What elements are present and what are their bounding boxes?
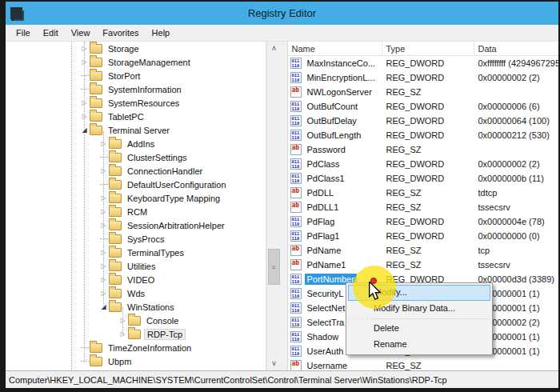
list-column-headers: Name Type Data bbox=[288, 42, 559, 56]
reg-dword-icon bbox=[290, 115, 302, 126]
collapse-arrow-icon[interactable] bbox=[98, 246, 109, 259]
folder-icon bbox=[109, 275, 122, 285]
collapse-arrow-icon[interactable] bbox=[98, 205, 109, 218]
value-row[interactable]: PdName1REG_SZtssecsrv bbox=[288, 258, 559, 272]
menu-help[interactable]: Help bbox=[146, 26, 177, 39]
tree-item-storport[interactable]: StorPort bbox=[6, 69, 266, 82]
expand-arrow-icon[interactable] bbox=[98, 300, 109, 314]
tree-item-timezoneinformation[interactable]: TimeZoneInformation bbox=[6, 341, 266, 354]
selected-key-path: Computer\HKEY_LOCAL_MACHINE\SYSTEM\Curre… bbox=[9, 375, 447, 385]
tree-item-rdp-tcp[interactable]: RDP-Tcp bbox=[6, 327, 266, 341]
column-header-type[interactable]: Type bbox=[382, 42, 474, 55]
menu-edit[interactable]: Edit bbox=[37, 26, 65, 39]
scroll-down-icon[interactable]: ∨ bbox=[267, 357, 282, 370]
value-row[interactable]: OutBufCountREG_DWORD0x00000006 (6) bbox=[288, 99, 559, 114]
folder-icon bbox=[128, 316, 141, 326]
value-row[interactable]: OutBufLengthREG_DWORD0x00000212 (530) bbox=[288, 128, 559, 142]
tree-connector bbox=[79, 82, 90, 96]
folder-icon bbox=[128, 330, 141, 339]
menu-bar: File Edit View Favorites Help bbox=[6, 25, 558, 42]
context-menu-separator bbox=[370, 318, 489, 319]
pane-splitter[interactable] bbox=[281, 42, 287, 370]
collapse-arrow-icon[interactable] bbox=[98, 137, 109, 150]
folder-icon bbox=[109, 262, 122, 271]
value-row[interactable]: UsernameREG_SZ bbox=[288, 358, 559, 370]
collapse-arrow-icon[interactable] bbox=[118, 327, 128, 341]
tree-item-keyboardtype-mapping[interactable]: KeyboardType Mapping bbox=[6, 191, 266, 205]
value-row[interactable]: PasswordREG_SZ bbox=[288, 142, 559, 157]
expand-arrow-icon[interactable] bbox=[79, 123, 90, 137]
tree-item-terminaltypes[interactable]: TerminalTypes bbox=[6, 246, 266, 259]
collapse-arrow-icon[interactable] bbox=[98, 164, 109, 178]
tree-connector bbox=[79, 69, 90, 82]
tree-item-storage[interactable]: Storage bbox=[6, 42, 266, 55]
value-row[interactable]: OutBufDelayREG_DWORD0x00000064 (100) bbox=[288, 114, 559, 128]
tree-item-rcm[interactable]: RCM bbox=[6, 205, 266, 218]
tree-item-utilities[interactable]: Utilities bbox=[6, 259, 266, 273]
tree-item-connectionhandler[interactable]: ConnectionHandler bbox=[6, 164, 266, 178]
menu-favorites[interactable]: Favorites bbox=[96, 26, 145, 39]
tree-item-tabletpc[interactable]: TabletPC bbox=[6, 110, 266, 123]
registry-tree-pane: Storage StorageManagement StorPort Syste… bbox=[6, 42, 266, 370]
collapse-arrow-icon[interactable] bbox=[118, 314, 128, 327]
status-bar: Computer\HKEY_LOCAL_MACHINE\SYSTEM\Curre… bbox=[6, 370, 558, 388]
tree-item-sysprocs[interactable]: SysProcs bbox=[6, 232, 266, 246]
reg-dword-icon bbox=[290, 58, 302, 69]
tree-item-storagemanagement[interactable]: StorageManagement bbox=[6, 55, 266, 69]
reg-dword-icon bbox=[290, 331, 302, 342]
scrollbar-thumb[interactable] bbox=[268, 249, 280, 285]
tree-item-ubpm[interactable]: Ubpm bbox=[6, 354, 266, 368]
reg-dword-icon bbox=[290, 158, 302, 170]
tree-connector bbox=[79, 354, 90, 368]
context-menu-item-rename[interactable]: Rename bbox=[348, 337, 490, 353]
collapse-arrow-icon[interactable] bbox=[98, 218, 109, 232]
value-row[interactable]: NWLogonServerREG_SZ bbox=[288, 85, 559, 99]
reg-dword-icon bbox=[290, 302, 302, 314]
value-row[interactable]: PdNameREG_SZtcp bbox=[288, 243, 559, 258]
context-menu-item-delete[interactable]: Delete bbox=[348, 321, 490, 337]
folder-icon bbox=[90, 44, 102, 54]
value-row[interactable]: PdDLLREG_SZtdtcp bbox=[288, 186, 559, 200]
folder-icon bbox=[109, 194, 122, 203]
folder-icon bbox=[90, 343, 102, 353]
folder-icon bbox=[90, 58, 102, 67]
collapse-arrow-icon[interactable] bbox=[98, 259, 109, 273]
collapse-arrow-icon[interactable] bbox=[98, 286, 109, 300]
tree-connector bbox=[79, 341, 90, 354]
value-row[interactable]: MinEncryptionL...REG_DWORD0x00000002 (2) bbox=[288, 70, 559, 85]
tree-item-video[interactable]: VIDEO bbox=[6, 273, 266, 286]
tree-item-clustersettings[interactable]: ClusterSettings bbox=[6, 150, 266, 164]
tree-item-defaultuserconfiguration[interactable]: DefaultUserConfiguration bbox=[6, 178, 266, 191]
reg-sz-icon bbox=[290, 202, 302, 213]
value-row[interactable]: PdFlagREG_DWORD0x0000004e (78) bbox=[288, 214, 559, 229]
scroll-up-icon[interactable]: ∧ bbox=[267, 42, 282, 55]
tree-item-systeminformation[interactable]: SystemInformation bbox=[6, 82, 266, 96]
collapse-arrow-icon[interactable] bbox=[98, 273, 109, 286]
tree-vertical-scrollbar[interactable]: ∧ ∨ bbox=[266, 42, 281, 370]
column-header-data[interactable]: Data bbox=[474, 42, 559, 55]
reg-sz-icon bbox=[290, 360, 302, 370]
tree-item-addins[interactable]: AddIns bbox=[6, 137, 266, 150]
collapse-arrow-icon[interactable] bbox=[79, 55, 90, 69]
collapse-arrow-icon[interactable] bbox=[98, 191, 109, 205]
collapse-arrow-icon[interactable] bbox=[79, 110, 90, 123]
menu-view[interactable]: View bbox=[65, 26, 97, 39]
collapse-arrow-icon[interactable] bbox=[79, 96, 90, 110]
tree-item-winstations[interactable]: WinStations bbox=[6, 300, 266, 314]
value-row[interactable]: MaxInstanceCo...REG_DWORD0xffffffff (429… bbox=[288, 56, 559, 70]
value-row[interactable]: PdClassREG_DWORD0x00000002 (2) bbox=[288, 157, 559, 171]
tree-item-wds[interactable]: Wds bbox=[6, 286, 266, 300]
menu-file[interactable]: File bbox=[10, 26, 37, 39]
value-row[interactable]: PdFlag1REG_DWORD0x00000000 (0) bbox=[288, 229, 559, 243]
column-header-name[interactable]: Name bbox=[288, 42, 382, 55]
tree-item-systemresources[interactable]: SystemResources bbox=[6, 96, 266, 110]
tree-item-console[interactable]: Console bbox=[6, 314, 266, 327]
reg-dword-icon bbox=[290, 317, 302, 328]
collapse-arrow-icon[interactable] bbox=[79, 42, 90, 55]
folder-icon bbox=[109, 289, 122, 298]
value-row[interactable]: PdDLL1REG_SZtssecsrv bbox=[288, 200, 559, 214]
tree-item-sessionarbitrationhelper[interactable]: SessionArbitrationHelper bbox=[6, 218, 266, 232]
value-row[interactable]: PdClass1REG_DWORD0x0000000b (11) bbox=[288, 171, 559, 186]
tree-item-terminal-server[interactable]: Terminal Server bbox=[6, 123, 266, 137]
folder-icon bbox=[109, 180, 122, 190]
